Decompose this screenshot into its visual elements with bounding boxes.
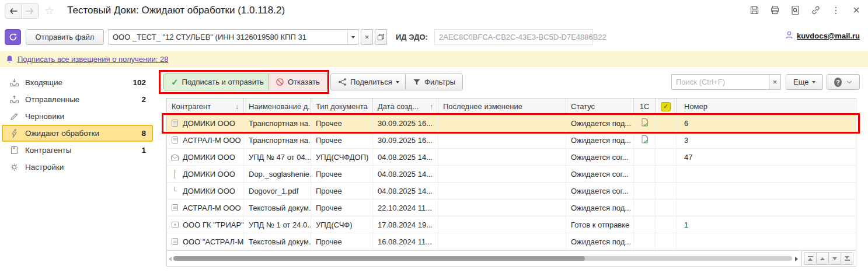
history-nav[interactable] [5, 4, 39, 19]
send-file-button[interactable]: Отправить файл [26, 29, 104, 45]
prohibition-icon [276, 78, 284, 86]
col-header-status[interactable]: Статус [566, 99, 634, 114]
cell-doc-type: Прочее [311, 166, 373, 182]
cell-counterparty: АСТРАЛ-М ООО [183, 136, 241, 145]
cell-name: Транспортная на... [244, 115, 311, 131]
outbox-icon [8, 95, 20, 104]
doc-check-icon [640, 118, 649, 129]
notification-bar: Подписать все извещения о получении: 28 [0, 51, 868, 67]
contractors-icon [8, 146, 20, 155]
table-row-7[interactable]: ООО ГК "ТРИАР" УПД № 1 от 24.0... УПД(СЧ… [167, 216, 856, 233]
cell-counterparty: ДОМИКИ ООО [183, 187, 235, 195]
cell-created: 04.08.2025 14... [373, 149, 438, 165]
col-header-modified[interactable]: Последнее изменение [438, 99, 566, 114]
tree-corner-icon: └ [167, 187, 183, 195]
sidebar-item-sent[interactable]: Отправленные 2 [2, 91, 153, 108]
clear-organization-button[interactable]: × [361, 29, 373, 45]
cell-doc-type: Прочее [311, 233, 373, 250]
table-row-6[interactable]: АСТРАЛ-М ООО Текстовый докум... Прочее 2… [167, 200, 856, 216]
search-input[interactable] [671, 74, 769, 90]
go-to-top-button[interactable] [804, 252, 817, 265]
filters-label: Фильтры [424, 78, 455, 86]
col-header-doc-type[interactable]: Тип документа [311, 99, 373, 114]
table-row-5[interactable]: └ДОМИКИ ООО Dogovor_1.pdf Прочее 04.08.2… [167, 183, 856, 200]
cell-doc-type: УПД(СЧФ) [311, 216, 373, 233]
back-button[interactable] [5, 4, 22, 18]
account-email-link[interactable]: kuvdocs@mail.ru [797, 32, 860, 40]
col-header-counterparty[interactable]: Контрагент ↓ [167, 99, 244, 114]
sidebar-item-pending[interactable]: Ожидают обработки 8 [2, 125, 153, 142]
print-icon[interactable] [769, 4, 780, 16]
sidebar-item-label: Входящие [25, 78, 62, 87]
menu-kebab-icon[interactable]: ⋮ [830, 4, 842, 16]
sort-desc-icon: ↓ [233, 103, 239, 111]
row-up-button[interactable] [816, 252, 829, 265]
scrollbar-thumb[interactable] [173, 256, 585, 261]
open-organization-icon[interactable] [375, 29, 387, 45]
save-icon[interactable] [748, 4, 760, 16]
col-header-name[interactable]: Наименование д... [244, 99, 311, 114]
sidebar-item-contractors[interactable]: Контрагенты 1 [2, 142, 153, 159]
col-label: Последнее изменение [443, 102, 522, 111]
col-label: Наименование д... [249, 102, 311, 111]
chevron-down-icon [812, 81, 815, 83]
table-footer [167, 250, 856, 266]
cell-created: 22.10.2024 11... [373, 200, 438, 216]
cell-created: 16.08.2024 11... [373, 233, 438, 250]
sidebar-item-inbox[interactable]: Входящие 102 [2, 74, 153, 91]
scroll-left-icon[interactable] [169, 257, 172, 261]
col-header-1c[interactable]: 1С [634, 99, 656, 114]
decline-button[interactable]: Отказать [268, 74, 327, 90]
cell-number [677, 183, 856, 199]
forward-button[interactable] [22, 4, 38, 18]
combo-dropdown-icon[interactable] [347, 30, 358, 44]
col-label: Тип документа [316, 102, 368, 111]
sidebar-item-drafts[interactable]: Черновики [2, 108, 153, 125]
sidebar-item-settings[interactable]: Настройки [2, 159, 153, 176]
organization-input[interactable] [109, 33, 347, 41]
cell-created: 30.09.2025 16... [373, 132, 438, 148]
gear-icon [8, 163, 20, 172]
tree-line-icon: │ [167, 170, 183, 178]
help-button[interactable]: ? [827, 74, 860, 90]
col-header-signed[interactable]: ✓ [656, 99, 677, 114]
cell-created: 04.08.2025 14... [373, 183, 438, 199]
favorite-star-icon[interactable]: ☆ [44, 4, 54, 18]
cell-doc-type: Прочее [311, 115, 373, 131]
cell-status: Ожидается под... [566, 132, 634, 148]
cell-modified [438, 115, 566, 131]
share-button[interactable]: Поделиться [330, 74, 407, 90]
cell-number [677, 200, 856, 216]
sign-and-send-label: Подписать и отправить [182, 78, 264, 86]
cell-created: 04.08.2025 14... [373, 166, 438, 182]
clear-search-icon[interactable]: × [769, 74, 781, 90]
go-to-bottom-button[interactable] [841, 252, 853, 265]
close-icon[interactable]: × [850, 4, 862, 16]
cell-modified [438, 200, 566, 216]
scroll-right-icon[interactable] [795, 257, 798, 261]
horizontal-scrollbar[interactable] [173, 256, 792, 261]
table-row-4[interactable]: │ДОМИКИ ООО Dop._soglashenie... Прочее 0… [167, 166, 856, 183]
organization-combobox[interactable] [109, 29, 358, 45]
more-button[interactable]: Еще [786, 74, 823, 90]
table-row-1[interactable]: ДОМИКИ ООО Транспортная на... Прочее 30.… [167, 115, 856, 132]
sign-and-send-button[interactable]: ✓ Подписать и отправить [163, 74, 271, 90]
row-down-button[interactable] [828, 252, 841, 265]
edo-id-label: ИД ЭДО: [396, 33, 428, 41]
chevron-down-icon [396, 81, 399, 83]
copy-link-icon[interactable] [810, 4, 821, 16]
table-row-2[interactable]: АСТРАЛ-М ООО Транспортная на... Прочее 3… [167, 132, 856, 149]
cell-name: Dop._soglashenie... [244, 166, 311, 182]
preview-icon[interactable] [789, 4, 801, 16]
table-row-8[interactable]: ООО "АСТРАЛ-М" Текстовый докум... Прочее… [167, 233, 856, 250]
refresh-button[interactable] [5, 29, 21, 45]
cell-number: 6 [677, 115, 856, 131]
filters-button[interactable]: Фильтры [405, 74, 463, 90]
table-row-3[interactable]: ДОМИКИ ООО УПД № 47 от 04.... УПД(СЧФДОП… [167, 149, 856, 166]
cell-name: Текстовый докум... [244, 200, 311, 216]
col-header-number[interactable]: Номер [677, 99, 856, 114]
col-header-created[interactable]: Дата созд... ↑ [373, 99, 438, 114]
cell-number [677, 166, 856, 182]
sidebar-item-label: Черновики [25, 112, 64, 121]
sign-all-notices-link[interactable]: Подписать все извещения о получении: 28 [18, 55, 168, 64]
